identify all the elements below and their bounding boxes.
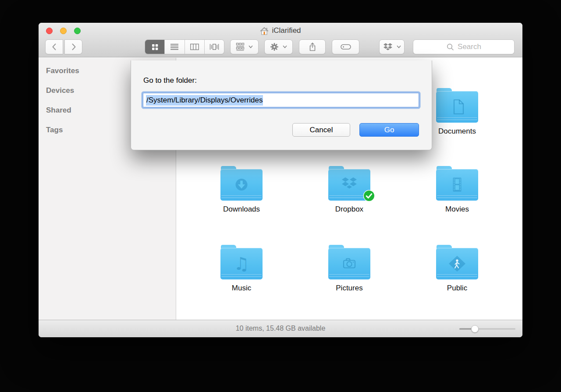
folder-music[interactable]: ♫ Music <box>204 245 279 293</box>
back-button[interactable] <box>45 39 63 54</box>
toolbar: Search <box>39 39 522 57</box>
path-input-selected-text: /System/Library/Displays/Overrides <box>146 95 263 106</box>
folder-pictures[interactable]: Pictures <box>312 245 387 293</box>
action-button[interactable] <box>264 39 293 54</box>
folder-icon <box>436 88 478 123</box>
gear-icon <box>270 42 279 52</box>
folder-icon <box>328 245 370 280</box>
status-bar: 10 items, 15.48 GB available <box>39 320 522 337</box>
folder-label: Movies <box>420 205 494 214</box>
document-icon <box>447 98 468 116</box>
folder-downloads[interactable]: Downloads <box>204 166 279 214</box>
folder-label: Pictures <box>312 284 387 293</box>
tag-icon <box>340 42 352 52</box>
status-text: 10 items, 15.48 GB available <box>39 320 522 337</box>
folder-label: Music <box>204 284 279 293</box>
column-view-icon <box>189 42 200 52</box>
go-to-folder-dialog: Go to the folder: /System/Library/Displa… <box>131 60 432 150</box>
sidebar-section-shared[interactable]: Shared <box>46 106 71 115</box>
list-view-icon <box>169 42 180 52</box>
folder-label: Public <box>420 284 494 293</box>
icon-view-button[interactable] <box>145 40 165 54</box>
list-view-button[interactable] <box>165 40 185 54</box>
column-view-button[interactable] <box>185 40 205 54</box>
crossing-sign-icon <box>447 255 468 272</box>
zoom-slider-thumb[interactable] <box>471 325 479 332</box>
go-button[interactable]: Go <box>359 123 419 137</box>
view-mode-control <box>145 39 224 54</box>
chevron-left-icon <box>51 42 57 51</box>
folder-icon <box>220 166 263 201</box>
search-input[interactable]: Search <box>413 39 515 54</box>
share-button[interactable] <box>299 39 326 54</box>
coverflow-view-icon <box>209 42 220 52</box>
folder-icon <box>436 245 478 280</box>
download-arrow-icon <box>231 176 252 194</box>
finder-window: iClarified <box>39 23 522 337</box>
cancel-button[interactable]: Cancel <box>292 123 350 137</box>
icon-view-icon <box>151 43 159 51</box>
tag-button[interactable] <box>332 39 359 54</box>
folder-label: Downloads <box>204 205 279 214</box>
chevron-right-icon <box>71 42 77 51</box>
title-bar: iClarified <box>39 23 522 39</box>
chevron-down-icon <box>396 45 401 49</box>
arrange-button[interactable] <box>230 39 259 54</box>
dialog-label: Go to the folder: <box>143 76 197 85</box>
share-icon <box>307 42 318 52</box>
folder-dropbox[interactable]: Dropbox <box>312 166 387 214</box>
dropbox-icon <box>383 42 393 51</box>
folder-public[interactable]: Public <box>420 245 494 293</box>
coverflow-view-button[interactable] <box>205 40 224 54</box>
sidebar-section-favorites[interactable]: Favorites <box>46 67 79 75</box>
dropbox-logo-icon <box>339 176 360 194</box>
home-icon <box>260 27 269 35</box>
film-icon <box>447 176 468 194</box>
sidebar-section-tags[interactable]: Tags <box>46 126 63 134</box>
search-icon <box>446 43 454 51</box>
path-input[interactable]: /System/Library/Displays/Overrides <box>143 93 419 107</box>
forward-button[interactable] <box>64 39 82 54</box>
camera-icon <box>339 255 360 272</box>
search-placeholder: Search <box>458 42 481 51</box>
folder-label: Dropbox <box>312 205 387 214</box>
folder-icon <box>328 166 370 201</box>
chevron-down-icon <box>248 45 253 49</box>
chevron-down-icon <box>282 45 288 49</box>
arrange-icon <box>235 42 245 52</box>
folder-icon: ♫ <box>220 245 263 280</box>
folder-movies[interactable]: Movies <box>420 166 494 214</box>
dropbox-button[interactable] <box>379 39 405 54</box>
title-group: iClarified <box>39 23 522 39</box>
sync-check-badge <box>363 190 375 202</box>
music-note-icon: ♫ <box>234 255 249 272</box>
folder-icon <box>436 166 478 201</box>
sidebar-section-devices[interactable]: Devices <box>46 86 74 95</box>
window-title: iClarified <box>272 26 301 35</box>
zoom-slider[interactable] <box>459 325 515 333</box>
